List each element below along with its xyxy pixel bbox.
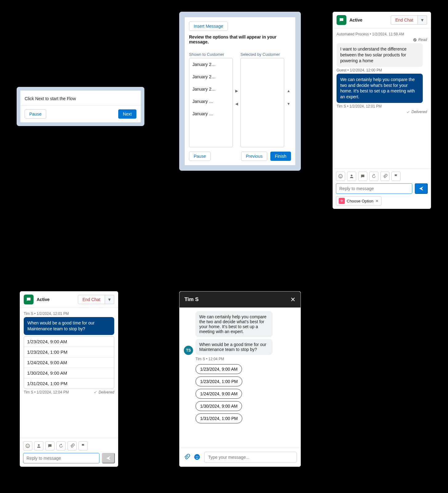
agent-message: When would be a good time for our Mainte… bbox=[196, 339, 272, 355]
option-button[interactable]: 1/23/2024, 1:00 PM bbox=[196, 377, 242, 386]
list-item[interactable]: January … bbox=[189, 95, 232, 108]
svg-point-2 bbox=[340, 176, 340, 176]
svg-point-1 bbox=[339, 174, 342, 178]
reorder-controls: ▲ ▼ bbox=[286, 47, 291, 147]
message-meta: Tim S • 12:04 PM bbox=[196, 357, 296, 361]
guest-message: I want to understand the difference betw… bbox=[337, 43, 423, 67]
list-item[interactable]: January 2… bbox=[189, 71, 232, 83]
option-button[interactable]: 1/30/2024, 9:00 AM bbox=[196, 401, 242, 411]
check-icon bbox=[406, 110, 410, 114]
agent-meta: Tim S • 1/2/2024, 12:01 PM bbox=[24, 312, 114, 316]
agent-chat-window: Active End Chat ▼ Automated Process • 1/… bbox=[333, 12, 431, 209]
customer-input[interactable] bbox=[204, 452, 297, 463]
chip-label: Choose Option bbox=[347, 199, 373, 203]
choose-option-chip[interactable]: ✈ Choose Option ✕ bbox=[336, 196, 381, 206]
move-right-icon[interactable]: ▶ bbox=[235, 89, 238, 93]
move-up-icon[interactable]: ▲ bbox=[287, 89, 290, 93]
svg-point-4 bbox=[351, 175, 352, 176]
next-button[interactable]: Next bbox=[118, 109, 136, 119]
previous-button[interactable]: Previous bbox=[241, 152, 267, 161]
svg-point-9 bbox=[194, 454, 200, 459]
check-icon bbox=[93, 390, 97, 394]
composer-toolbar bbox=[23, 441, 115, 450]
svg-point-3 bbox=[341, 176, 341, 176]
end-chat-button[interactable]: End Chat bbox=[78, 295, 105, 304]
insert-message-button[interactable]: Insert Message bbox=[189, 22, 228, 31]
refresh-icon[interactable] bbox=[369, 172, 378, 181]
svg-point-8 bbox=[38, 444, 39, 446]
chat-status: Active bbox=[37, 297, 75, 302]
shown-listbox[interactable]: January 2… January 2… January 2… January… bbox=[189, 58, 233, 147]
delivered-status: Delivered bbox=[337, 110, 427, 114]
list-item[interactable]: January 2… bbox=[189, 58, 232, 71]
option-list: 1/23/2024, 9:00 AM 1/23/2024, 1:00 PM 1/… bbox=[24, 336, 114, 389]
close-icon[interactable]: ✕ bbox=[290, 296, 296, 303]
svg-point-10 bbox=[196, 456, 197, 457]
svg-point-6 bbox=[27, 445, 27, 446]
chat-logo-icon bbox=[24, 295, 34, 304]
reply-input[interactable] bbox=[23, 453, 99, 463]
reply-input[interactable] bbox=[336, 183, 412, 194]
pause-button[interactable]: Pause bbox=[189, 152, 211, 161]
customer-header-title: Tim S bbox=[184, 296, 199, 303]
end-chat-button[interactable]: End Chat bbox=[391, 15, 418, 25]
review-heading: Review the options that will appear in y… bbox=[189, 35, 291, 44]
option-item[interactable]: 1/23/2024, 9:00 AM bbox=[24, 336, 114, 347]
option-item[interactable]: 1/30/2024, 9:00 AM bbox=[24, 368, 114, 378]
svg-point-5 bbox=[26, 444, 30, 448]
send-button[interactable] bbox=[415, 183, 428, 194]
chip-close-icon[interactable]: ✕ bbox=[375, 199, 379, 203]
finish-button[interactable]: Finish bbox=[270, 152, 291, 161]
option-item[interactable]: 1/31/2024, 1:00 PM bbox=[24, 378, 114, 389]
send-button[interactable] bbox=[102, 453, 115, 463]
option-button[interactable]: 1/31/2024, 1:00 PM bbox=[196, 414, 242, 423]
prompt-message: When would be a good time for our Mainte… bbox=[24, 317, 114, 335]
agent-meta: Tim S • 1/2/2024, 12:01 PM bbox=[337, 104, 427, 108]
dialog-body: Click Next to start the Flow bbox=[20, 91, 141, 105]
end-chat-dropdown[interactable]: ▼ bbox=[418, 15, 427, 25]
attach-icon[interactable] bbox=[183, 454, 190, 461]
auto-meta: Automated Process • 1/2/2024, 11:59 AM bbox=[337, 32, 427, 36]
attach-icon[interactable] bbox=[380, 172, 389, 181]
attach-icon[interactable] bbox=[67, 441, 77, 450]
move-controls: ▶ ◀ bbox=[235, 47, 239, 147]
person-icon[interactable] bbox=[347, 172, 356, 181]
end-chat-dropdown[interactable]: ▼ bbox=[105, 295, 114, 304]
flag-icon[interactable] bbox=[79, 441, 88, 450]
option-item[interactable]: 1/23/2024, 1:00 PM bbox=[24, 347, 114, 357]
list-item[interactable]: January … bbox=[189, 108, 232, 120]
move-left-icon[interactable]: ◀ bbox=[235, 102, 238, 106]
chat-icon[interactable] bbox=[358, 172, 367, 181]
chat-logo-icon bbox=[337, 15, 346, 25]
composer-toolbar bbox=[336, 172, 428, 181]
svg-point-7 bbox=[28, 445, 29, 446]
emoji-icon[interactable] bbox=[336, 172, 345, 181]
move-down-icon[interactable]: ▼ bbox=[287, 102, 290, 106]
dual-listbox: Shown to Customer January 2… January 2… … bbox=[189, 47, 291, 147]
option-button[interactable]: 1/23/2024, 9:00 AM bbox=[196, 364, 242, 374]
emoji-icon[interactable] bbox=[23, 441, 32, 450]
customer-chat-window: Tim S ✕ We can certainly help you compar… bbox=[179, 291, 301, 467]
shown-label: Shown to Customer bbox=[189, 47, 233, 58]
person-icon[interactable] bbox=[34, 441, 43, 450]
check-circle-icon bbox=[413, 38, 417, 42]
agent-message: We can certainly help you compare the tw… bbox=[337, 74, 423, 103]
insert-message-dialog: Insert Message Review the options that w… bbox=[179, 12, 301, 171]
list-item[interactable]: January 2… bbox=[189, 83, 232, 95]
selected-label: Selected by Customer bbox=[240, 47, 284, 58]
chip-icon: ✈ bbox=[339, 198, 345, 204]
customer-options: 1/23/2024, 9:00 AM 1/23/2024, 1:00 PM 1/… bbox=[196, 364, 296, 423]
agent-message: We can certainly help you compare the tw… bbox=[196, 311, 272, 337]
selected-listbox[interactable] bbox=[240, 58, 284, 147]
pause-button[interactable]: Pause bbox=[25, 109, 46, 119]
agent-chat-options-window: Active End Chat ▼ Tim S • 1/2/2024, 12:0… bbox=[20, 291, 118, 467]
option-button[interactable]: 1/24/2024, 9:00 AM bbox=[196, 389, 242, 399]
option-item[interactable]: 1/24/2024, 9:00 AM bbox=[24, 357, 114, 368]
refresh-icon[interactable] bbox=[56, 441, 66, 450]
chat-icon[interactable] bbox=[45, 441, 54, 450]
flow-start-dialog: Click Next to start the Flow Pause Next bbox=[17, 87, 144, 126]
chat-status: Active bbox=[349, 18, 388, 22]
emoji-icon[interactable] bbox=[194, 454, 200, 461]
flag-icon[interactable] bbox=[391, 172, 401, 181]
prompt-meta: Tim S • 1/2/2024, 12:04 PM bbox=[24, 390, 69, 394]
